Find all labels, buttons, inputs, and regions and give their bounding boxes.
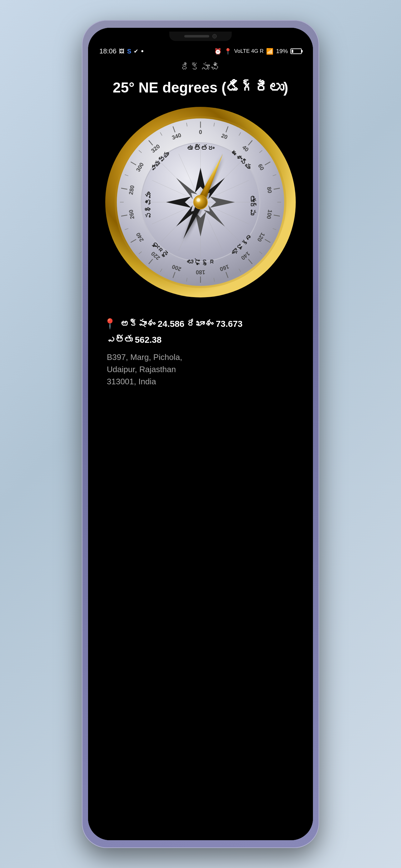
app-title: దిక్సూచి (180, 62, 221, 73)
compass-heading: 25° NE degrees (డిగ్రీలు) (106, 79, 295, 96)
network-info: VoLTE 4G R (234, 48, 264, 54)
coords-row: 📍 అక్షాంశం 24.586 రేఖాంశం 73.673 (104, 318, 297, 330)
alarm-icon: ⏰ (214, 48, 222, 55)
compass-svg: 0 20 40 60 80 100 120 140 (104, 105, 297, 299)
location-icon: 📍 (224, 48, 232, 55)
center-ball-shine (196, 198, 200, 202)
time-display: 18:06 (99, 47, 116, 55)
location-info: 📍 అక్షాంశం 24.586 రేఖాంశం 73.673 ఎత్తు 5… (88, 305, 313, 397)
status-right: ⏰ 📍 VoLTE 4G R 📶 19% (214, 48, 302, 55)
battery-fill (292, 50, 293, 53)
elevation-row: ఎత్తు 562.38 (104, 335, 297, 345)
speaker-grill (184, 35, 209, 37)
s-icon: S (127, 48, 131, 55)
phone-outer: 18:06 🖼 S ✔ • ⏰ 📍 VoLTE 4G R 📶 19% (82, 20, 319, 848)
phone-screen: 18:06 🖼 S ✔ • ⏰ 📍 VoLTE 4G R 📶 19% (88, 28, 313, 840)
app-content: దిక్సూచి 25° NE degrees (డిగ్రీలు) (88, 59, 313, 840)
center-ball (194, 195, 207, 209)
front-camera (212, 34, 217, 38)
east-label: తూర్పు (248, 195, 257, 216)
notch (169, 32, 232, 41)
photo-icon: 🖼 (119, 48, 125, 55)
north-label: ఉత్తరం (187, 144, 214, 152)
battery-icon (291, 49, 302, 54)
svg-text:0: 0 (199, 129, 202, 135)
address-text: B397, Marg, Pichola, Udaipur, Rajasthan … (104, 351, 297, 388)
address-line1: B397, Marg, Pichola, (107, 351, 297, 363)
status-left: 18:06 🖼 S ✔ • (99, 47, 144, 56)
address-line2: Udaipur, Rajasthan (107, 363, 297, 376)
coords-text: అక్షాంశం 24.586 రేఖాంశం 73.673 (121, 319, 243, 329)
battery-percent: 19% (276, 48, 288, 55)
dot-icon: • (141, 47, 143, 56)
south-label: దక్షిణం (187, 257, 214, 266)
svg-text:180: 180 (196, 269, 205, 275)
west-label: పశ్చిమం (144, 191, 153, 219)
check-icon: ✔ (134, 48, 138, 55)
compass-widget: 0 20 40 60 80 100 120 140 (104, 105, 297, 299)
location-pin-icon: 📍 (104, 318, 116, 330)
svg-text:80: 80 (266, 187, 273, 194)
address-line3: 313001, India (107, 376, 297, 388)
status-bar: 18:06 🖼 S ✔ • ⏰ 📍 VoLTE 4G R 📶 19% (88, 28, 313, 59)
signal-icon: 📶 (266, 48, 274, 55)
